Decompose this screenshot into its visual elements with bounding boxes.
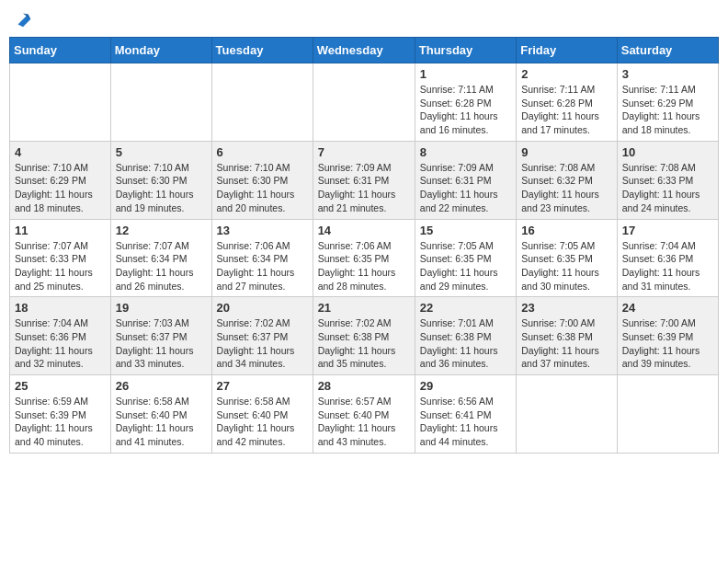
calendar-cell: 23Sunrise: 7:00 AM Sunset: 6:38 PM Dayli… [517,297,618,375]
day-number: 9 [521,145,612,159]
calendar-cell: 27Sunrise: 6:58 AM Sunset: 6:40 PM Dayli… [211,375,313,454]
day-info: Sunrise: 7:05 AM Sunset: 6:35 PM Dayligh… [521,239,612,293]
day-number: 11 [15,224,106,237]
day-info: Sunrise: 7:04 AM Sunset: 6:36 PM Dayligh… [622,239,713,293]
calendar-cell: 6Sunrise: 7:10 AM Sunset: 6:30 PM Daylig… [211,141,313,219]
weekday-header-wednesday: Wednesday [313,38,415,63]
calendar-cell: 14Sunrise: 7:06 AM Sunset: 6:35 PM Dayli… [313,219,415,297]
day-info: Sunrise: 7:04 AM Sunset: 6:36 PM Dayligh… [15,316,106,371]
calendar-cell: 20Sunrise: 7:02 AM Sunset: 6:37 PM Dayli… [211,297,313,375]
day-info: Sunrise: 7:07 AM Sunset: 6:33 PM Dayligh… [15,239,106,293]
calendar-cell: 10Sunrise: 7:08 AM Sunset: 6:33 PM Dayli… [617,141,718,219]
day-info: Sunrise: 7:03 AM Sunset: 6:37 PM Dayligh… [116,316,207,371]
day-number: 24 [622,301,713,315]
day-info: Sunrise: 7:11 AM Sunset: 6:28 PM Dayligh… [420,83,511,137]
calendar-week-row: 25Sunrise: 6:59 AM Sunset: 6:39 PM Dayli… [10,375,719,454]
day-info: Sunrise: 6:57 AM Sunset: 6:40 PM Dayligh… [318,395,410,449]
day-number: 4 [15,145,106,159]
calendar-cell [10,63,111,142]
day-info: Sunrise: 7:07 AM Sunset: 6:34 PM Dayligh… [116,239,207,293]
day-number: 13 [217,224,308,237]
weekday-header-tuesday: Tuesday [211,38,313,63]
day-number: 2 [521,67,612,81]
day-info: Sunrise: 7:10 AM Sunset: 6:29 PM Dayligh… [15,161,106,215]
day-number: 26 [116,379,207,393]
calendar-cell: 11Sunrise: 7:07 AM Sunset: 6:33 PM Dayli… [10,219,111,297]
calendar-cell: 9Sunrise: 7:08 AM Sunset: 6:32 PM Daylig… [517,141,618,219]
day-number: 8 [420,145,511,159]
calendar-cell: 13Sunrise: 7:06 AM Sunset: 6:34 PM Dayli… [211,219,313,297]
weekday-header-thursday: Thursday [415,38,516,63]
day-info: Sunrise: 6:59 AM Sunset: 6:39 PM Dayligh… [15,395,106,449]
day-info: Sunrise: 7:10 AM Sunset: 6:30 PM Dayligh… [217,161,308,215]
day-number: 25 [15,379,106,393]
day-info: Sunrise: 7:00 AM Sunset: 6:39 PM Dayligh… [622,316,713,371]
day-number: 16 [521,224,612,237]
day-info: Sunrise: 7:08 AM Sunset: 6:33 PM Dayligh… [622,161,713,215]
day-number: 3 [622,67,713,81]
day-info: Sunrise: 7:02 AM Sunset: 6:38 PM Dayligh… [318,316,410,371]
calendar-week-row: 4Sunrise: 7:10 AM Sunset: 6:29 PM Daylig… [10,141,719,219]
day-number: 12 [116,224,207,237]
page-header [9,9,719,29]
day-number: 10 [622,145,713,159]
calendar-week-row: 18Sunrise: 7:04 AM Sunset: 6:36 PM Dayli… [10,297,719,375]
day-number: 15 [420,224,511,237]
calendar-cell [211,63,313,142]
logo-icon [13,9,33,29]
calendar-cell: 3Sunrise: 7:11 AM Sunset: 6:29 PM Daylig… [617,63,718,142]
day-number: 5 [116,145,207,159]
day-info: Sunrise: 7:00 AM Sunset: 6:38 PM Dayligh… [521,316,612,371]
day-info: Sunrise: 7:09 AM Sunset: 6:31 PM Dayligh… [420,161,511,215]
day-info: Sunrise: 6:58 AM Sunset: 6:40 PM Dayligh… [116,395,207,449]
calendar-cell: 25Sunrise: 6:59 AM Sunset: 6:39 PM Dayli… [10,375,111,454]
day-info: Sunrise: 7:11 AM Sunset: 6:28 PM Dayligh… [521,83,612,137]
day-info: Sunrise: 7:01 AM Sunset: 6:38 PM Dayligh… [420,316,511,371]
calendar-cell: 5Sunrise: 7:10 AM Sunset: 6:30 PM Daylig… [110,141,211,219]
calendar-cell: 2Sunrise: 7:11 AM Sunset: 6:28 PM Daylig… [517,63,618,142]
day-number: 18 [15,301,106,315]
day-info: Sunrise: 7:05 AM Sunset: 6:35 PM Dayligh… [420,239,511,293]
calendar-table: SundayMondayTuesdayWednesdayThursdayFrid… [9,37,719,454]
calendar-cell: 1Sunrise: 7:11 AM Sunset: 6:28 PM Daylig… [415,63,516,142]
calendar-cell [313,63,415,142]
calendar-cell: 21Sunrise: 7:02 AM Sunset: 6:38 PM Dayli… [313,297,415,375]
weekday-header-saturday: Saturday [617,38,718,63]
day-number: 14 [318,224,410,237]
calendar-week-row: 1Sunrise: 7:11 AM Sunset: 6:28 PM Daylig… [10,63,719,142]
calendar-cell: 7Sunrise: 7:09 AM Sunset: 6:31 PM Daylig… [313,141,415,219]
weekday-header-monday: Monday [110,38,211,63]
day-number: 1 [420,67,511,81]
calendar-cell: 4Sunrise: 7:10 AM Sunset: 6:29 PM Daylig… [10,141,111,219]
day-info: Sunrise: 7:11 AM Sunset: 6:29 PM Dayligh… [622,83,713,137]
day-info: Sunrise: 7:06 AM Sunset: 6:35 PM Dayligh… [318,239,410,293]
calendar-week-row: 11Sunrise: 7:07 AM Sunset: 6:33 PM Dayli… [10,219,719,297]
calendar-cell: 24Sunrise: 7:00 AM Sunset: 6:39 PM Dayli… [617,297,718,375]
calendar-cell: 8Sunrise: 7:09 AM Sunset: 6:31 PM Daylig… [415,141,516,219]
logo [13,9,37,29]
day-number: 19 [116,301,207,315]
calendar-cell: 16Sunrise: 7:05 AM Sunset: 6:35 PM Dayli… [517,219,618,297]
calendar-cell [110,63,211,142]
calendar-cell: 12Sunrise: 7:07 AM Sunset: 6:34 PM Dayli… [110,219,211,297]
day-info: Sunrise: 7:08 AM Sunset: 6:32 PM Dayligh… [521,161,612,215]
calendar-cell: 28Sunrise: 6:57 AM Sunset: 6:40 PM Dayli… [313,375,415,454]
calendar-cell: 26Sunrise: 6:58 AM Sunset: 6:40 PM Dayli… [110,375,211,454]
day-info: Sunrise: 7:06 AM Sunset: 6:34 PM Dayligh… [217,239,308,293]
calendar-cell: 22Sunrise: 7:01 AM Sunset: 6:38 PM Dayli… [415,297,516,375]
calendar-cell: 15Sunrise: 7:05 AM Sunset: 6:35 PM Dayli… [415,219,516,297]
day-number: 23 [521,301,612,315]
weekday-header-friday: Friday [517,38,618,63]
weekday-header-sunday: Sunday [10,38,111,63]
calendar-cell [517,375,618,454]
day-info: Sunrise: 7:02 AM Sunset: 6:37 PM Dayligh… [217,316,308,371]
day-info: Sunrise: 7:09 AM Sunset: 6:31 PM Dayligh… [318,161,410,215]
calendar-cell [617,375,718,454]
day-number: 22 [420,301,511,315]
day-number: 20 [217,301,308,315]
day-number: 17 [622,224,713,237]
calendar-cell: 17Sunrise: 7:04 AM Sunset: 6:36 PM Dayli… [617,219,718,297]
day-number: 6 [217,145,308,159]
calendar-cell: 19Sunrise: 7:03 AM Sunset: 6:37 PM Dayli… [110,297,211,375]
calendar-cell: 29Sunrise: 6:56 AM Sunset: 6:41 PM Dayli… [415,375,516,454]
